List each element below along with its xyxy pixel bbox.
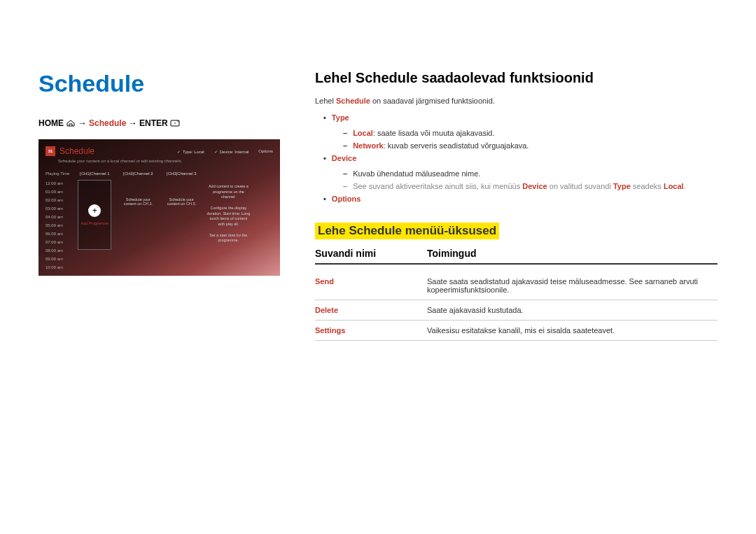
tv-ch1-label: [CH1]Channel 1: [80, 171, 110, 176]
calendar-icon: 31: [46, 146, 55, 156]
tv-time: 04:00 am: [46, 215, 69, 220]
tv-add-programme-box: + Add Programme: [78, 180, 111, 250]
tv-time: 06:00 am: [46, 232, 69, 237]
breadcrumb: HOME → Schedule → ENTER: [38, 118, 280, 129]
row-action: Saate saata seadistatud ajakavasid teise…: [427, 277, 718, 294]
tv-ch3-label: [CH3]Channel 3: [167, 171, 197, 176]
intro-text: Lehel Schedule on saadaval järgmised fun…: [315, 97, 718, 105]
tv-side3: Set a start time for the programme.: [206, 233, 250, 244]
feature-options: Options: [315, 195, 718, 203]
feature-device: Device: [315, 154, 718, 162]
tv-side-descriptions: Add content to create a programme on the…: [206, 184, 250, 271]
tv-side1: Add content to create a programme on the…: [206, 184, 250, 200]
tv-time-column: Playing Time 12:00 am 01:00 am 02:00 am …: [46, 171, 69, 271]
tv-ch2-desc: Schedule your content on CH 2.: [120, 197, 156, 206]
breadcrumb-arrow-2: →: [129, 118, 137, 128]
breadcrumb-schedule: Schedule: [89, 118, 126, 128]
tv-playing-time-label: Playing Time: [46, 171, 69, 177]
row-name: Settings: [315, 326, 427, 335]
subsection-title: Lehe Schedule menüü-üksused: [315, 223, 499, 239]
page-title: Schedule: [38, 70, 280, 97]
tv-add-label: Add Programme: [80, 221, 108, 225]
enter-icon: [170, 119, 180, 129]
tv-time: 01:00 am: [46, 190, 69, 195]
tv-time: 05:00 am: [46, 223, 69, 229]
feature-type-network: Network: kuvab serveris seadistatud võrg…: [315, 141, 718, 150]
row-action: Vaikesisu esitatakse kanalil, mis ei sis…: [427, 326, 718, 335]
tv-time: 10:00 am: [46, 265, 69, 271]
tv-title: Schedule: [59, 146, 94, 156]
row-action: Saate ajakavasid kustutada.: [427, 306, 718, 314]
tv-time: 03:00 am: [46, 206, 69, 212]
plus-icon: +: [88, 204, 101, 217]
breadcrumb-home: HOME: [38, 118, 64, 128]
tv-time: 12:00 am: [46, 181, 69, 187]
tv-time: 09:00 am: [46, 257, 69, 262]
tv-time: 08:00 am: [46, 248, 69, 254]
feature-type-local: Local: saate lisada või muuta ajakavasid…: [315, 129, 718, 137]
feature-device-note: See suvand aktiveeritakse ainult siis, k…: [315, 182, 718, 190]
tv-device-label: Device: Internal: [214, 149, 249, 154]
svg-point-1: [174, 122, 176, 124]
tv-ch3-desc: Schedule your content on CH 3.: [163, 197, 200, 206]
section-title: Lehel Schedule saadaolevad funktsioonid: [315, 70, 718, 86]
table-header: Suvandi nimi Toimingud: [315, 248, 718, 265]
table-row: Delete Saate ajakavasid kustutada.: [315, 300, 718, 321]
tv-time: 02:00 am: [46, 198, 69, 204]
breadcrumb-arrow-1: →: [78, 118, 87, 128]
table-row: Settings Vaikesisu esitatakse kanalil, m…: [315, 321, 718, 341]
row-name: Send: [315, 277, 427, 294]
tv-preview: 31 Schedule Type: Local Device: Internal…: [38, 139, 280, 276]
tv-options-label: Options: [258, 149, 273, 154]
table-row: Send Saate saata seadistatud ajakavasid …: [315, 272, 718, 300]
home-icon: [66, 119, 76, 129]
row-name: Delete: [315, 306, 427, 314]
tv-type-label: Type: Local: [177, 149, 204, 154]
th-name: Suvandi nimi: [315, 248, 427, 259]
breadcrumb-enter: ENTER: [139, 118, 168, 128]
feature-type: Type: [315, 113, 718, 122]
feature-device-sub: Kuvab ühendatud mäluseadme nime.: [315, 169, 718, 178]
tv-top-options: Type: Local Device: Internal Options: [177, 149, 273, 154]
th-action: Toimingud: [427, 248, 477, 259]
tv-subtitle: Schedule your content on a local channel…: [58, 159, 273, 163]
tv-time: 07:00 am: [46, 240, 69, 246]
feature-list: Type Local: saate lisada või muuta ajaka…: [315, 113, 718, 203]
tv-ch2-label: [CH2]Channel 2: [123, 171, 153, 176]
tv-side2: Configure the display duration. Start ti…: [206, 206, 250, 227]
